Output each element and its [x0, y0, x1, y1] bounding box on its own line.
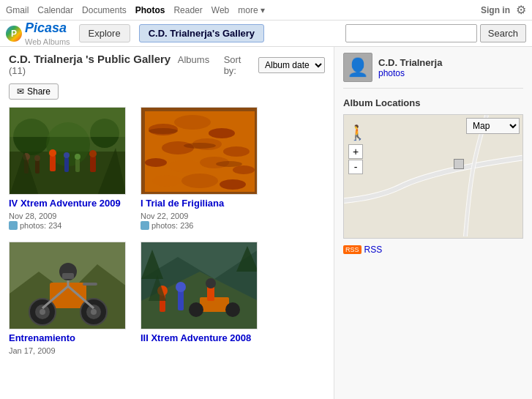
svg-point-8: [34, 155, 40, 161]
top-nav-bar: Gmail Calendar Documents Photos Reader W…: [0, 0, 532, 20]
top-nav-right: Sign in ⚙: [481, 3, 526, 17]
album-item-3[interactable]: Entrenamiento Jan 17, 2009: [9, 242, 126, 355]
svg-rect-9: [50, 155, 56, 171]
album-title-3[interactable]: Entrenamiento: [9, 332, 126, 345]
search-input[interactable]: [345, 24, 477, 42]
album-date-3: Jan 17, 2009: [9, 346, 126, 355]
nav-more[interactable]: more ▾: [238, 5, 265, 15]
album-date-2: Nov 22, 2009: [141, 212, 258, 220]
zoom-out-button[interactable]: -: [348, 160, 363, 174]
share-section: ✉ Share: [9, 83, 325, 100]
svg-point-24: [209, 128, 235, 138]
album-photos-label-2: photos: 236: [151, 221, 194, 230]
gallery-title: C.D. Trialnerja 's Public Gallery: [9, 53, 171, 65]
user-avatar: 👤: [343, 53, 372, 82]
svg-point-16: [89, 150, 97, 157]
svg-rect-51: [62, 273, 74, 279]
nav-gmail[interactable]: Gmail: [6, 5, 29, 15]
svg-rect-13: [75, 159, 80, 172]
album-svg-4: [141, 242, 258, 329]
svg-point-33: [181, 174, 218, 188]
svg-point-35: [149, 128, 178, 134]
left-panel: C.D. Trialnerja 's Public Gallery Albums…: [0, 47, 334, 399]
search-area: Search: [345, 24, 526, 42]
map-marker: [454, 159, 464, 169]
album-thumb-3: [9, 242, 126, 329]
top-nav-links: Gmail Calendar Documents Photos Reader W…: [6, 5, 265, 15]
explore-button[interactable]: Explore: [79, 24, 130, 42]
album-locations-title: Album Locations: [343, 97, 523, 108]
svg-point-32: [152, 175, 181, 187]
picasa-logo: P Picasa Web Albums: [6, 20, 70, 46]
sign-in-link[interactable]: Sign in: [481, 5, 510, 15]
svg-point-23: [174, 115, 211, 130]
picasa-text: Picasa: [25, 20, 67, 35]
user-info: 👤 C.D. Trialnerja photos: [343, 53, 523, 89]
album-item-4[interactable]: III Xtrem Adventure 2008: [141, 242, 258, 355]
photo-icon-2: [141, 221, 149, 230]
sort-area: Sort by: Album date Title: [224, 54, 325, 76]
nav-reader[interactable]: Reader: [173, 5, 202, 15]
svg-point-31: [233, 165, 255, 174]
album-svg-2: [141, 108, 258, 195]
svg-rect-7: [35, 160, 40, 174]
envelope-icon: ✉: [17, 86, 24, 97]
svg-point-59: [176, 282, 186, 292]
user-name: C.D. Trialnerja: [378, 57, 442, 68]
svg-rect-19: [10, 108, 126, 137]
share-button[interactable]: ✉ Share: [9, 83, 59, 100]
svg-point-25: [162, 141, 194, 154]
svg-point-46: [91, 309, 97, 315]
web-albums-label: Web Albums: [25, 37, 70, 46]
album-photos-1: photos: 234: [9, 221, 126, 230]
album-svg-3: [10, 242, 126, 329]
user-photos-link[interactable]: photos: [378, 68, 442, 78]
album-thumb-1: [9, 107, 126, 195]
album-photos-label-1: photos: 234: [20, 221, 62, 230]
rss-link[interactable]: RSS RSS: [343, 245, 523, 255]
rss-label: RSS: [364, 245, 383, 255]
nav-web[interactable]: Web: [211, 5, 229, 15]
gallery-button[interactable]: C.D. Trialnerja's Gallery: [139, 24, 264, 42]
nav-photos[interactable]: Photos: [135, 5, 165, 15]
nav-calendar[interactable]: Calendar: [37, 5, 73, 15]
search-button[interactable]: Search: [480, 24, 526, 42]
album-photos-2: photos: 236: [141, 221, 258, 230]
svg-point-37: [216, 161, 242, 167]
album-title-1[interactable]: IV Xtrem Adventure 2009: [9, 198, 126, 210]
album-thumb-4: [141, 242, 258, 329]
person-map-icon: 🚶: [348, 124, 367, 141]
svg-rect-15: [90, 156, 96, 172]
album-title-2[interactable]: I Trial de Frigiliana: [141, 198, 258, 210]
svg-point-27: [223, 146, 250, 157]
map-type-select[interactable]: Map Satellite: [466, 118, 520, 134]
album-title-4[interactable]: III Xtrem Adventure 2008: [141, 332, 258, 345]
photo-icon-1: [9, 221, 18, 230]
sort-select[interactable]: Album date Title: [258, 57, 325, 73]
svg-point-43: [40, 309, 45, 315]
user-details: C.D. Trialnerja photos: [378, 57, 442, 78]
svg-point-29: [169, 160, 201, 173]
album-item-1[interactable]: IV Xtrem Adventure 2009 Nov 28, 2009 pho…: [9, 107, 126, 230]
gear-icon[interactable]: ⚙: [516, 3, 526, 17]
svg-point-61: [189, 302, 203, 317]
map-container: Map Satellite 🚶 + - ©2011 Google - Map D…: [343, 114, 523, 239]
right-panel: 👤 C.D. Trialnerja photos Album Locations…: [334, 47, 532, 399]
sort-label: Sort by:: [224, 54, 254, 76]
album-date-1: Nov 28, 2009: [9, 212, 126, 220]
rss-icon: RSS: [343, 245, 361, 254]
search-bar-row: P Picasa Web Albums Explore C.D. Trialne…: [0, 20, 532, 47]
svg-rect-58: [178, 290, 184, 310]
nav-documents[interactable]: Documents: [82, 5, 127, 15]
album-item-2[interactable]: I Trial de Frigiliana Nov 22, 2009 photo…: [141, 107, 258, 230]
map-zoom-controls: + -: [348, 144, 363, 174]
main-content: C.D. Trialnerja 's Public Gallery Albums…: [0, 47, 532, 399]
zoom-in-button[interactable]: +: [348, 144, 363, 159]
svg-point-36: [184, 143, 216, 149]
share-label: Share: [27, 86, 50, 97]
logo-and-nav: P Picasa Web Albums Explore C.D. Trialne…: [6, 20, 264, 46]
svg-point-34: [220, 179, 246, 190]
gallery-header: C.D. Trialnerja 's Public Gallery Albums…: [9, 53, 325, 76]
user-avatar-icon: 👤: [347, 57, 369, 78]
svg-point-12: [64, 152, 70, 158]
